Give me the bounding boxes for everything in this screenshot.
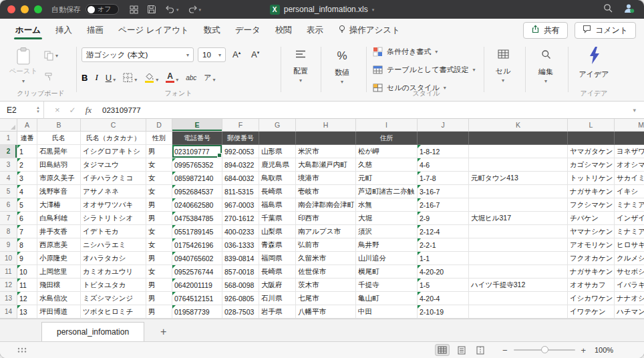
tab-tell-me[interactable]: 操作アシスト <box>331 19 408 41</box>
cell-A9[interactable]: 8 <box>17 238 37 252</box>
bold-button[interactable]: B <box>82 73 88 83</box>
cell-D3[interactable]: 女 <box>146 158 172 172</box>
cell-A12[interactable]: 11 <box>17 279 37 292</box>
cell-C9[interactable]: ニシハラエミ <box>81 238 146 252</box>
font-color-button[interactable]: A ▾ <box>166 73 178 83</box>
name-box-stepper[interactable]: ▲▼ <box>36 106 40 114</box>
copy-button[interactable]: ▾ <box>44 51 58 61</box>
cell-L2[interactable]: ヤマガタケン <box>568 145 615 158</box>
cell-B5[interactable]: 浅野寧音 <box>37 185 81 198</box>
cell-H7[interactable]: 印西市 <box>296 212 356 225</box>
zoom-percentage[interactable]: 100% <box>595 346 613 354</box>
cell-L7[interactable]: チバケン <box>568 212 615 225</box>
insert-function-icon[interactable]: fx <box>86 105 92 116</box>
tab-formulas[interactable]: 数式 <box>196 19 228 41</box>
cell-I11[interactable]: 横尾町 <box>356 265 418 279</box>
cell-B8[interactable]: 井手友香 <box>37 225 81 238</box>
cell-K6[interactable] <box>469 198 568 212</box>
ideas-button[interactable]: アイデア <box>573 47 615 79</box>
cell-J2[interactable]: 1-8-12 <box>418 145 469 158</box>
phonetic-guide-icon[interactable]: ア▾ <box>204 73 215 83</box>
cell-D14[interactable]: 男 <box>146 305 172 319</box>
normal-view-icon[interactable] <box>436 345 449 355</box>
zoom-in-button[interactable]: + <box>581 345 587 355</box>
cell-D1[interactable]: 性別 <box>146 132 172 145</box>
cell-I3[interactable]: 久慈 <box>356 158 418 172</box>
cell-I8[interactable]: 須沢 <box>356 225 418 238</box>
cell-M8[interactable]: ミナミア <box>615 225 644 238</box>
cell-L14[interactable]: イワテケン <box>568 305 615 319</box>
cell-B1[interactable]: 氏名 <box>37 132 81 145</box>
formula-input[interactable]: 023109777 <box>102 106 141 114</box>
cell-J1[interactable] <box>418 132 469 145</box>
cell-D13[interactable]: 男 <box>146 292 172 305</box>
cell-L6[interactable]: フクシマケン <box>568 198 615 212</box>
cell-C5[interactable]: アサノネネ <box>81 185 146 198</box>
zoom-window-button[interactable] <box>34 5 42 13</box>
cell-K4[interactable]: 元町タウン413 <box>469 172 568 185</box>
cell-A14[interactable]: 13 <box>17 305 37 319</box>
cell-K10[interactable] <box>469 252 568 265</box>
column-header-L[interactable]: L <box>568 119 615 132</box>
cell-A6[interactable]: 5 <box>17 198 37 212</box>
cell-F10[interactable]: 839-0814 <box>222 252 259 265</box>
cell-D11[interactable]: 女 <box>146 265 172 279</box>
cell-D5[interactable]: 女 <box>146 185 172 198</box>
cell-J9[interactable]: 2-2-1 <box>418 238 469 252</box>
cell-F7[interactable]: 270-1612 <box>222 212 259 225</box>
account-person-icon[interactable] <box>623 3 635 16</box>
paste-button[interactable]: ペースト ▾ <box>8 47 39 84</box>
cell-D12[interactable]: 男 <box>146 279 172 292</box>
number-group-button[interactable]: % 数値 ▾ <box>325 49 359 85</box>
cell-L4[interactable]: トットリケン <box>568 172 615 185</box>
sheet-tab-active[interactable]: personal_infomation <box>41 322 144 341</box>
cell-F11[interactable]: 857-0018 <box>222 265 259 279</box>
autosave-toggle[interactable]: オフ <box>86 4 119 15</box>
cell-D9[interactable]: 女 <box>146 238 172 252</box>
cell-E14[interactable]: 019587739 <box>172 305 222 319</box>
column-header-D[interactable]: D <box>146 119 172 132</box>
cell-K8[interactable] <box>469 225 568 238</box>
cell-H12[interactable]: 茨木市 <box>296 279 356 292</box>
cell-M4[interactable]: サカイミ <box>615 172 644 185</box>
format-as-table-button[interactable]: テーブルとして書式設定 ▾ <box>373 65 476 75</box>
undo-icon[interactable]: ▾ <box>165 5 179 14</box>
minimize-button[interactable] <box>21 5 29 13</box>
cell-A8[interactable]: 7 <box>17 225 37 238</box>
cell-A13[interactable]: 12 <box>17 292 37 305</box>
cell-G9[interactable]: 青森県 <box>259 238 296 252</box>
cell-C7[interactable]: シラトリトシオ <box>81 212 146 225</box>
cell-B4[interactable]: 市原久美子 <box>37 172 81 185</box>
search-icon[interactable] <box>603 3 613 15</box>
cell-E7[interactable]: 0475384785 <box>172 212 222 225</box>
save-icon[interactable] <box>147 5 156 14</box>
column-header-J[interactable]: J <box>418 119 469 132</box>
cell-C1[interactable]: 氏名（カタカナ） <box>81 132 146 145</box>
cell-L3[interactable]: カゴシマケン <box>568 158 615 172</box>
cell-M1[interactable] <box>615 132 644 145</box>
cell-A11[interactable]: 10 <box>17 265 37 279</box>
expand-formula-bar-icon[interactable]: ▾ <box>633 107 636 114</box>
cell-H6[interactable]: 南会津郡南会津町 <box>296 198 356 212</box>
cell-G6[interactable]: 福島県 <box>259 198 296 212</box>
cell-C3[interactable]: タジマユウ <box>81 158 146 172</box>
cell-B14[interactable]: 坪田博道 <box>37 305 81 319</box>
cell-M5[interactable]: イキシ <box>615 185 644 198</box>
cell-J13[interactable]: 4-20-4 <box>418 292 469 305</box>
cell-B11[interactable]: 上岡悠里 <box>37 265 81 279</box>
cell-E4[interactable]: 0859872140 <box>172 172 222 185</box>
row-header-6[interactable]: 6 <box>0 198 17 212</box>
cell-G5[interactable]: 長崎県 <box>259 185 296 198</box>
cell-B9[interactable]: 西原恵美 <box>37 238 81 252</box>
cell-C12[interactable]: トビタユタカ <box>81 279 146 292</box>
cell-F1[interactable]: 郵便番号 <box>222 132 259 145</box>
cell-J11[interactable]: 4-20-20 <box>418 265 469 279</box>
cell-A2[interactable]: 1 <box>17 145 37 158</box>
cell-G3[interactable]: 鹿児島県 <box>259 158 296 172</box>
column-header-E[interactable]: E <box>172 119 222 132</box>
cell-J4[interactable]: 1-7-8 <box>418 172 469 185</box>
name-box[interactable]: E2 ▲▼ <box>0 102 44 119</box>
cell-K11[interactable] <box>469 265 568 279</box>
cell-J8[interactable]: 2-12-4 <box>418 225 469 238</box>
cell-K9[interactable] <box>469 238 568 252</box>
